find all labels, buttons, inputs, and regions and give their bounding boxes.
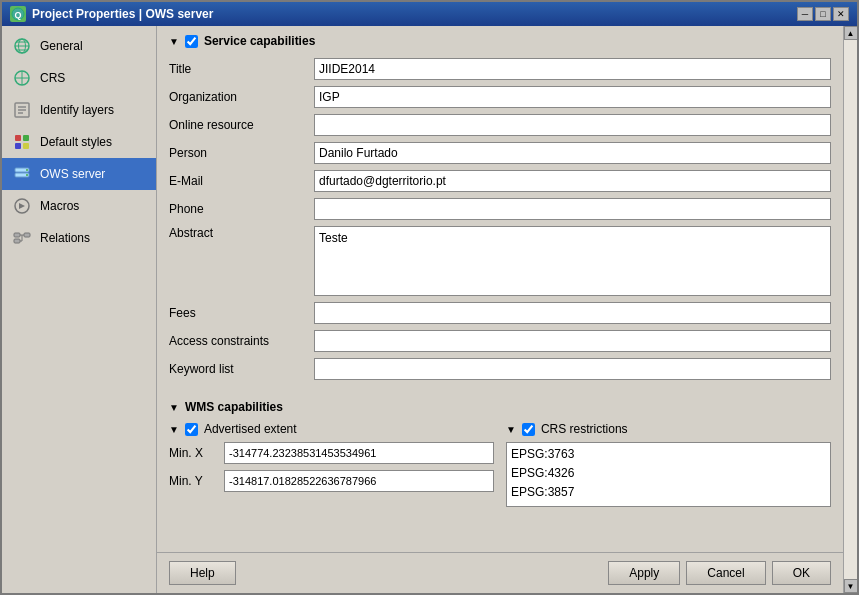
wms-collapse-triangle[interactable]: ▼ — [169, 402, 179, 413]
crs-item-3763: EPSG:3763 — [511, 445, 826, 464]
footer: Help Apply Cancel OK — [157, 552, 843, 593]
crs-list[interactable]: EPSG:3763 EPSG:4326 EPSG:3857 — [506, 442, 831, 507]
scroll-down-button[interactable]: ▼ — [844, 579, 858, 593]
ok-button[interactable]: OK — [772, 561, 831, 585]
cancel-button[interactable]: Cancel — [686, 561, 765, 585]
sidebar: General CRS — [2, 26, 157, 593]
sidebar-item-relations[interactable]: Relations — [2, 222, 156, 254]
service-capabilities-label: Service capabilities — [204, 34, 315, 48]
content-area: General CRS — [2, 26, 857, 593]
abstract-row: Abstract Teste — [169, 226, 831, 296]
wms-capabilities-section: ▼ WMS capabilities ▼ Advertised extent — [169, 400, 831, 507]
access-constraints-input[interactable] — [314, 330, 831, 352]
keyword-list-row: Keyword list — [169, 358, 831, 380]
title-input[interactable] — [314, 58, 831, 80]
abstract-label: Abstract — [169, 226, 314, 240]
close-button[interactable]: ✕ — [833, 7, 849, 21]
person-input[interactable] — [314, 142, 831, 164]
sidebar-styles-label: Default styles — [40, 135, 112, 149]
advertised-extent-label: Advertised extent — [204, 422, 297, 436]
person-row: Person — [169, 142, 831, 164]
sidebar-item-macros[interactable]: Macros — [2, 190, 156, 222]
titlebar-left: Q Project Properties | OWS server — [10, 6, 213, 22]
sidebar-relations-label: Relations — [40, 231, 90, 245]
sidebar-item-identify-layers[interactable]: Identify layers — [2, 94, 156, 126]
organization-input[interactable] — [314, 86, 831, 108]
online-resource-input[interactable] — [314, 114, 831, 136]
title-label: Title — [169, 62, 314, 76]
crs-item-3857: EPSG:3857 — [511, 483, 826, 502]
organization-row: Organization — [169, 86, 831, 108]
wms-capabilities-label: WMS capabilities — [185, 400, 283, 414]
fees-row: Fees — [169, 302, 831, 324]
phone-row: Phone — [169, 198, 831, 220]
crs-collapse-triangle[interactable]: ▼ — [506, 424, 516, 435]
help-button[interactable]: Help — [169, 561, 236, 585]
phone-input[interactable] — [314, 198, 831, 220]
sidebar-item-general[interactable]: General — [2, 30, 156, 62]
styles-icon — [12, 132, 32, 152]
sidebar-general-label: General — [40, 39, 83, 53]
svg-rect-17 — [23, 143, 29, 149]
organization-label: Organization — [169, 90, 314, 104]
svg-rect-14 — [15, 135, 21, 141]
crs-icon — [12, 68, 32, 88]
advertised-extent-col: ▼ Advertised extent Min. X Min. Y — [169, 422, 494, 507]
min-x-input[interactable] — [224, 442, 494, 464]
abstract-input[interactable]: Teste — [314, 226, 831, 296]
service-capabilities-header: ▼ Service capabilities — [169, 34, 831, 48]
app-icon: Q — [10, 6, 26, 22]
scroll-up-button[interactable]: ▲ — [844, 26, 858, 40]
title-row: Title — [169, 58, 831, 80]
window-title: Project Properties | OWS server — [32, 7, 213, 21]
access-constraints-label: Access constraints — [169, 334, 314, 348]
svg-rect-16 — [15, 143, 21, 149]
identify-icon — [12, 100, 32, 120]
main-form-area: ▼ Service capabilities Title Organizatio… — [157, 26, 843, 593]
svg-rect-25 — [14, 239, 20, 243]
svg-rect-15 — [23, 135, 29, 141]
fees-input[interactable] — [314, 302, 831, 324]
phone-label: Phone — [169, 202, 314, 216]
online-resource-label: Online resource — [169, 118, 314, 132]
sidebar-macros-label: Macros — [40, 199, 79, 213]
keyword-list-input[interactable] — [314, 358, 831, 380]
sidebar-identify-label: Identify layers — [40, 103, 114, 117]
minimize-button[interactable]: ─ — [797, 7, 813, 21]
main-window: Q Project Properties | OWS server ─ □ ✕ — [0, 0, 859, 595]
advertised-collapse-triangle[interactable]: ▼ — [169, 424, 179, 435]
email-label: E-Mail — [169, 174, 314, 188]
window-controls: ─ □ ✕ — [797, 7, 849, 21]
min-y-label: Min. Y — [169, 474, 224, 488]
crs-item-4326: EPSG:4326 — [511, 464, 826, 483]
svg-point-20 — [26, 169, 28, 171]
globe-icon — [12, 36, 32, 56]
advertised-extent-checkbox[interactable] — [185, 423, 198, 436]
min-y-input[interactable] — [224, 470, 494, 492]
svg-text:Q: Q — [14, 10, 21, 20]
advertised-extent-header: ▼ Advertised extent — [169, 422, 494, 436]
sidebar-item-crs[interactable]: CRS — [2, 62, 156, 94]
wms-columns: ▼ Advertised extent Min. X Min. Y — [169, 422, 831, 507]
crs-restrictions-label: CRS restrictions — [541, 422, 628, 436]
sidebar-crs-label: CRS — [40, 71, 65, 85]
maximize-button[interactable]: □ — [815, 7, 831, 21]
form-area: ▼ Service capabilities Title Organizatio… — [157, 26, 843, 552]
svg-rect-24 — [24, 233, 30, 237]
sidebar-item-default-styles[interactable]: Default styles — [2, 126, 156, 158]
online-resource-row: Online resource — [169, 114, 831, 136]
sidebar-item-ows-server[interactable]: OWS server — [2, 158, 156, 190]
service-capabilities-checkbox[interactable] — [185, 35, 198, 48]
crs-restrictions-checkbox[interactable] — [522, 423, 535, 436]
min-y-row: Min. Y — [169, 470, 494, 492]
apply-button[interactable]: Apply — [608, 561, 680, 585]
email-input[interactable] — [314, 170, 831, 192]
svg-rect-23 — [14, 233, 20, 237]
min-x-row: Min. X — [169, 442, 494, 464]
svg-point-21 — [26, 174, 28, 176]
keyword-list-label: Keyword list — [169, 362, 314, 376]
collapse-triangle[interactable]: ▼ — [169, 36, 179, 47]
scroll-track[interactable] — [844, 40, 858, 579]
fees-label: Fees — [169, 306, 314, 320]
wms-capabilities-header: ▼ WMS capabilities — [169, 400, 831, 414]
